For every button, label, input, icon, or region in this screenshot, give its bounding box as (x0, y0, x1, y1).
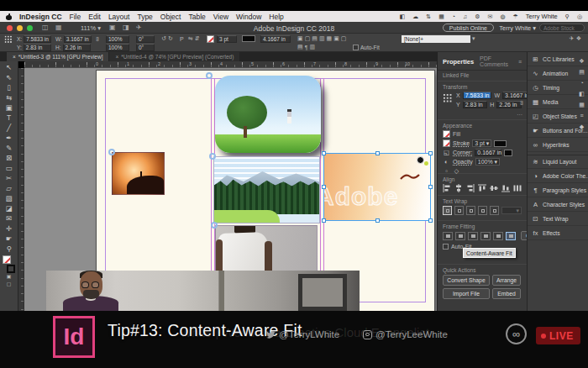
menu-object[interactable]: Object (160, 13, 181, 21)
panel-adobe-color[interactable]: ◑Adobe Color The... (528, 169, 588, 183)
selection-handle[interactable] (322, 151, 326, 155)
stroke-weight-field[interactable]: 3 pt (217, 35, 237, 43)
x-position-field[interactable]: 7.5833 in (24, 35, 51, 43)
shear-angle-field[interactable]: 0° (136, 44, 155, 51)
convert-shape-button[interactable]: Convert Shape (443, 275, 490, 286)
scissors-tool[interactable]: ✂ (0, 173, 18, 183)
fill-frame-icon[interactable] (443, 232, 453, 240)
panel-mini-icon[interactable]: ❖ (579, 57, 584, 65)
corner-style-dropdown[interactable] (504, 150, 512, 156)
tab-close-icon[interactable]: × (115, 54, 118, 60)
siri-icon[interactable]: ◎ (577, 11, 582, 22)
panel-mini-icon[interactable]: ▦ (579, 101, 585, 108)
menu-indesign-cc[interactable]: InDesign CC (19, 13, 62, 21)
pencil-tool[interactable]: ✎ (0, 143, 18, 153)
fit-frame-to-content-icon[interactable] (468, 232, 478, 240)
selection-tool[interactable]: ↖ (0, 62, 18, 72)
align-top-icon[interactable] (478, 184, 487, 192)
selection-handle[interactable] (428, 151, 433, 155)
content-grabber-icon[interactable] (211, 222, 218, 229)
image-forest-photo[interactable] (213, 156, 320, 223)
menu-table[interactable]: Table (188, 13, 205, 21)
menu-edit[interactable]: Edit (88, 13, 101, 21)
jump-next-column-icon[interactable] (490, 206, 499, 215)
panel-text-wrap[interactable]: ⊡Text Wrap (528, 212, 588, 226)
rectangle-frame-tool[interactable]: ⊠ (0, 153, 18, 163)
jump-object-icon[interactable] (478, 206, 487, 215)
content-aware-fit-icon[interactable] (506, 232, 516, 240)
menu-file[interactable]: File (70, 13, 81, 21)
screen-mode-button[interactable]: ▣ (7, 273, 12, 281)
align-middle-v-icon[interactable] (489, 184, 498, 192)
wrap-bounding-box-icon[interactable] (454, 206, 464, 215)
panel-hyperlinks[interactable]: ∞Hyperlinks (528, 138, 588, 152)
panel-mini-icon[interactable]: ▤ (579, 68, 585, 76)
selection-handle[interactable] (322, 218, 326, 223)
publish-online-button[interactable]: Publish Online (443, 24, 494, 32)
wrap-object-shape-icon[interactable] (466, 206, 475, 215)
height-field[interactable]: 2.26 in (63, 44, 91, 51)
object-style-dropdown[interactable]: [None]+ (402, 35, 470, 43)
paragraph-icon[interactable]: ¶ (305, 45, 308, 50)
opacity-link[interactable]: Opacity (453, 159, 473, 165)
height-field[interactable]: 2.26 in (496, 101, 522, 108)
menu-layout[interactable]: Layout (108, 13, 130, 21)
pen-tool[interactable]: ✒ (0, 133, 18, 143)
tab-close-icon[interactable]: × (13, 54, 16, 60)
reference-point-proxy[interactable] (443, 93, 452, 103)
wrap-options-dropdown[interactable]: ▾ (501, 207, 522, 214)
menu-type[interactable]: Type (137, 13, 152, 21)
menubar-status-icon[interactable]: ☂ (513, 11, 518, 22)
image-tree-photo[interactable] (215, 76, 321, 153)
fit-proportionally-icon[interactable] (493, 232, 503, 240)
fill-swatch[interactable] (207, 35, 214, 43)
normal-mode-button[interactable]: ▢ (7, 281, 12, 288)
selection-handle[interactable] (375, 218, 380, 223)
rectangle-tool[interactable]: ▭ (0, 163, 18, 173)
eyedropper-tool[interactable]: ✛ (0, 223, 18, 234)
content-grabber-icon[interactable] (108, 149, 115, 155)
align-bottom-icon[interactable] (501, 184, 510, 192)
tab-properties[interactable]: Properties (443, 58, 474, 66)
content-grabber-icon[interactable] (206, 72, 213, 79)
menubar-status-icon[interactable]: ▦ (438, 11, 444, 22)
fill-stroke-proxy[interactable] (3, 255, 15, 273)
center-content-icon[interactable] (480, 232, 491, 240)
align-icon[interactable]: ▥ (309, 44, 315, 50)
constrain-proportions-icon[interactable]: ∞ (95, 37, 101, 41)
constrain-proportions-icon[interactable]: ∞ (519, 101, 525, 105)
hand-tool[interactable]: ☛ (0, 234, 18, 244)
rotate-cw-icon[interactable]: ↻ (168, 35, 173, 42)
corner-link[interactable]: Corner: (453, 150, 472, 155)
autofit-checkbox[interactable] (353, 45, 359, 50)
menubar-status-icon[interactable]: ◔ (452, 11, 455, 22)
stock-search-input[interactable] (539, 24, 585, 32)
stroke-proxy-swatch[interactable] (7, 265, 15, 273)
document-tab-active[interactable]: × *Untitled-3 @ 111% [GPU Preview] (7, 52, 108, 61)
fill-swatch[interactable] (443, 130, 450, 138)
fill-proxy-swatch[interactable] (3, 255, 11, 264)
distribute-icon[interactable] (512, 184, 522, 192)
panel-mini-icon[interactable]: ≡ (580, 112, 583, 119)
creative-cloud-menu-icon[interactable]: ☁ (412, 11, 418, 22)
panel-mini-icon[interactable]: ◧ (579, 90, 585, 97)
corner-radius-field[interactable]: 4.1667 in (260, 35, 291, 43)
panel-toggle-icon[interactable]: ❖ (576, 35, 581, 42)
no-text-wrap-icon[interactable] (443, 206, 452, 215)
menu-view[interactable]: View (213, 13, 228, 21)
menu-help[interactable]: Help (269, 13, 283, 21)
selection-handle[interactable] (322, 185, 326, 189)
reference-point-proxy[interactable] (4, 35, 12, 43)
align-icon[interactable]: ▤ (297, 44, 303, 50)
align-icon[interactable]: ▤ (312, 35, 318, 42)
panel-paragraph-styles[interactable]: ¶Paragraph Styles (528, 183, 588, 197)
selection-handle[interactable] (428, 185, 433, 189)
content-grabber-icon[interactable] (209, 153, 216, 160)
menubar-status-icon[interactable]: ✉ (488, 11, 493, 22)
fit-content-icon[interactable] (455, 232, 465, 240)
stroke-link[interactable]: Stroke (453, 140, 470, 146)
menubar-status-icon[interactable]: ◍ (500, 11, 505, 22)
fitting-icon[interactable]: ▢ (305, 35, 311, 42)
flip-vertical-icon[interactable]: ⇵ (195, 35, 200, 42)
x-position-field[interactable]: 7.5833 in (463, 92, 492, 99)
